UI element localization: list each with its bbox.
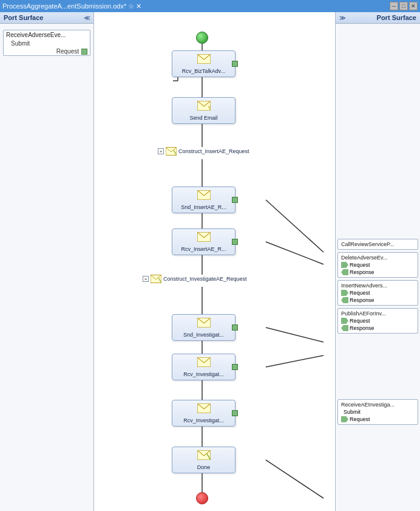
snd-investigate-node[interactable]: Snd_Investigat...: [172, 314, 235, 341]
rcv-biztalk-icon: [197, 54, 211, 67]
send-email-icon: [197, 101, 211, 114]
construct-investigate-label: + Construct_InvestigateAE_Request: [143, 275, 247, 283]
svg-line-19: [266, 460, 323, 498]
construct-insert-text: Construct_InsertAE_Request: [178, 148, 249, 154]
connector-lines: [94, 12, 335, 511]
right-port-insert-request-label: Request: [350, 290, 370, 296]
svg-line-16: [266, 242, 323, 264]
left-port-request[interactable]: Request: [4, 47, 90, 55]
right-port-insert-title: InsertNewAdvers...: [340, 282, 416, 289]
send-email-label: Send Email: [189, 115, 217, 121]
right-port-insert-response-row[interactable]: Response: [340, 297, 416, 304]
right-port-call-title: CallReviewServiceP...: [340, 241, 416, 248]
rcv-investigate1-node[interactable]: Rcv_Investigat...: [172, 354, 235, 380]
left-port-request-label: Request: [56, 48, 79, 55]
close-button[interactable]: ✕: [409, 2, 418, 10]
title-bar-buttons[interactable]: ─ □ ✕: [390, 2, 418, 10]
svg-line-18: [266, 355, 323, 367]
snd-insertae-icon: [197, 190, 211, 203]
left-port-header: Port Surface ≪: [0, 12, 93, 24]
construct-investigate-expand[interactable]: +: [143, 276, 149, 282]
right-port-publish-response-label: Response: [350, 325, 374, 331]
snd-investigate-port-right[interactable]: [232, 324, 238, 331]
snd-investigate-icon: [197, 318, 211, 331]
title-bar: ProcessAggregateA...entSubmission.odx* ☆…: [0, 0, 420, 12]
right-port-group-delete: DeleteAdverseEv... Request Response: [337, 252, 418, 278]
right-port-publish-request-arrow: [341, 318, 348, 324]
rcv-investigate2-icon: [197, 403, 211, 416]
right-port-publish-request-row[interactable]: Request: [340, 317, 416, 324]
left-port-surface: Port Surface ≪ ReceiveAdverseEve... Subm…: [0, 12, 94, 511]
construct-insert-expand[interactable]: +: [158, 148, 164, 154]
done-label: Done: [197, 464, 211, 470]
maximize-button[interactable]: □: [399, 2, 408, 10]
right-port-delete-response-row[interactable]: Response: [340, 269, 416, 276]
main-container: Port Surface ≪ ReceiveAdverseEve... Subm…: [0, 12, 420, 511]
right-port-insert-request-arrow: [341, 290, 348, 296]
send-email-node[interactable]: Send Email: [172, 97, 235, 124]
rcv-insertae-port-right[interactable]: [232, 239, 238, 245]
rcv-insertae-node[interactable]: Rcv_InsertAE_R...: [172, 228, 235, 255]
right-port-expand-icon[interactable]: ≫: [339, 15, 345, 21]
left-port-request-connector: [81, 49, 87, 55]
right-port-insert-request-row[interactable]: Request: [340, 289, 416, 297]
right-port-delete-request-label: Request: [350, 262, 370, 268]
end-node: [196, 492, 208, 504]
right-port-group-call: CallReviewServiceP...: [337, 239, 418, 250]
rcv-investigate2-node[interactable]: Rcv_Investigat...: [172, 400, 235, 427]
snd-insertae-node[interactable]: Snd_InsertAE_R...: [172, 187, 235, 213]
snd-investigate-label: Snd_Investigat...: [183, 332, 224, 338]
right-port-publish-response-row[interactable]: Response: [340, 324, 416, 332]
right-port-group-receive: ReceiveAEInvestiga... Submit Request: [337, 399, 418, 425]
title-bar-text: ProcessAggregateA...entSubmission.odx* ☆…: [2, 2, 390, 10]
right-port-groups-container: CallReviewServiceP... DeleteAdverseEv...…: [336, 236, 420, 336]
left-port-group-title-0: ReceiveAdverseEve...: [4, 30, 90, 39]
construct-investigate-text: Construct_InvestigateAE_Request: [163, 276, 247, 282]
right-port-group-insert: InsertNewAdvers... Request Response: [337, 280, 418, 306]
left-port-group-0: ReceiveAdverseEve... Submit Request: [3, 30, 90, 56]
rcv-investigate1-port-right[interactable]: [232, 364, 238, 370]
start-node: [196, 32, 208, 44]
right-port-delete-response-label: Response: [350, 269, 374, 275]
right-port-receive-submit-label: Submit: [341, 409, 361, 415]
right-port-bottom-container: ReceiveAEInvestiga... Submit Request: [336, 397, 420, 427]
rcv-insertae-label: Rcv_InsertAE_R...: [181, 246, 226, 252]
done-node[interactable]: Done: [172, 447, 235, 473]
done-icon: [197, 450, 211, 463]
right-port-receive-title: ReceiveAEInvestiga...: [340, 401, 416, 408]
rcv-investigate2-label: Rcv_Investigat...: [183, 417, 224, 424]
right-port-publish-request-label: Request: [350, 318, 370, 324]
right-port-delete-response-arrow: [341, 269, 348, 275]
svg-line-17: [266, 328, 323, 342]
snd-insertae-port-right[interactable]: [232, 197, 238, 203]
right-port-receive-request-row[interactable]: Request: [340, 416, 416, 423]
left-port-title: Port Surface: [4, 14, 43, 21]
right-port-receive-submit-row: Submit: [340, 408, 416, 416]
right-port-receive-request-label: Request: [350, 416, 370, 422]
right-port-header: ≫ Port Surface: [336, 12, 420, 24]
right-port-insert-response-arrow: [341, 297, 348, 303]
right-port-title: Port Surface: [377, 14, 416, 21]
canvas-area: Rcv_BizTalkAdv... Send Email +: [94, 12, 335, 511]
rcv-biztalk-node[interactable]: Rcv_BizTalkAdv...: [172, 50, 235, 77]
construct-insert-label: + Construct_InsertAE_Request: [158, 147, 249, 156]
right-port-delete-request-arrow: [341, 262, 348, 268]
svg-line-15: [266, 200, 323, 252]
rcv-investigate1-icon: [197, 357, 211, 370]
rcv-biztalk-port-right[interactable]: [232, 61, 238, 67]
right-port-surface: ≫ Port Surface CallReviewServiceP... Del…: [335, 12, 420, 511]
left-port-submit-label: Submit: [11, 40, 30, 47]
right-port-delete-request-row[interactable]: Request: [340, 261, 416, 269]
right-port-publish-title: PublishAEForInv...: [340, 310, 416, 317]
left-port-collapse-icon[interactable]: ≪: [84, 15, 90, 21]
right-port-group-publish: PublishAEForInv... Request Response: [337, 308, 418, 334]
snd-insertae-label: Snd_InsertAE_R...: [181, 204, 226, 210]
rcv-investigate1-label: Rcv_Investigat...: [183, 371, 224, 377]
rcv-insertae-icon: [197, 232, 211, 245]
right-port-delete-title: DeleteAdverseEv...: [340, 254, 416, 261]
minimize-button[interactable]: ─: [390, 2, 398, 10]
rcv-investigate2-port-right[interactable]: [232, 410, 238, 416]
right-port-receive-request-arrow: [341, 416, 348, 422]
rcv-biztalk-label: Rcv_BizTalkAdv...: [182, 68, 225, 74]
left-port-submit: Submit: [4, 39, 90, 47]
